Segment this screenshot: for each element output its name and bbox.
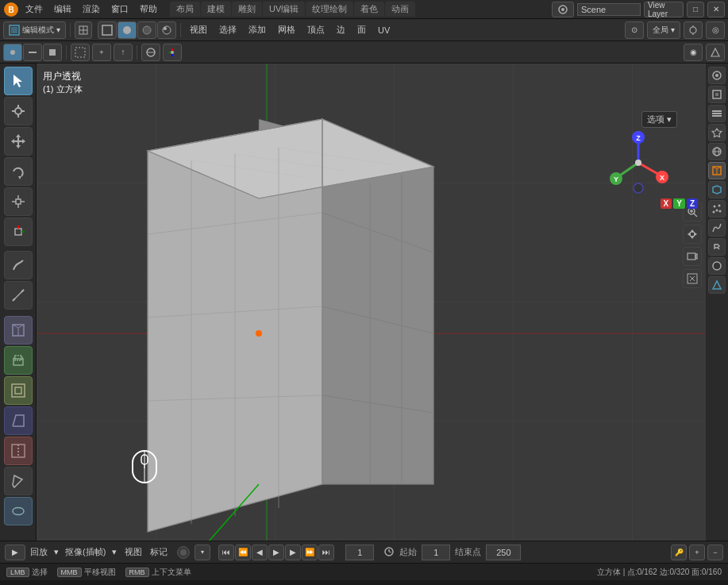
tab-shading[interactable]: 着色 — [354, 2, 384, 17]
lmb-key: LMB — [6, 568, 29, 577]
pan-btn[interactable] — [683, 225, 702, 244]
menu-render[interactable]: 渲染 — [78, 2, 105, 17]
menu-edit[interactable]: 编辑 — [49, 2, 76, 17]
scene-name-input[interactable] — [577, 3, 641, 16]
viewport-uv-menu[interactable]: UV — [373, 24, 395, 37]
current-frame-input[interactable] — [345, 545, 374, 560]
select-options-btn[interactable]: 选项 ▾ — [641, 111, 677, 128]
svg-point-14 — [690, 27, 696, 33]
end-frame-input[interactable] — [486, 545, 521, 560]
move-tool[interactable] — [4, 127, 33, 156]
snapping-btn[interactable] — [706, 44, 725, 61]
cursor-tool[interactable] — [4, 97, 33, 125]
global-view-btn[interactable] — [75, 21, 92, 39]
show-stats-btn[interactable]: + — [92, 44, 111, 61]
bevel-tool[interactable] — [4, 406, 33, 435]
snap-btn[interactable] — [684, 21, 703, 39]
modifier-settings-tab[interactable] — [708, 181, 726, 198]
engine-selector[interactable] — [552, 2, 574, 17]
jump-start-btn[interactable]: ⏮ — [218, 545, 234, 560]
playback-dot[interactable] — [177, 546, 190, 559]
gizmo-btn[interactable] — [163, 44, 182, 61]
z-axis-label[interactable]: Z — [687, 198, 698, 209]
next-keyframe-btn[interactable]: ▶ — [285, 545, 301, 560]
extrude-tool[interactable] — [4, 346, 33, 375]
knife-tool[interactable] — [4, 467, 33, 495]
render-settings-tab[interactable] — [708, 67, 726, 84]
viewport-vertex-menu[interactable]: 顶点 — [302, 22, 329, 37]
viewport-3d[interactable]: 用户透视 (1) 立方体 Z X Y — [37, 64, 706, 541]
proportional-edit-btn[interactable]: ◎ — [706, 21, 725, 39]
tab-modeling[interactable]: 建模 — [201, 2, 231, 17]
start-frame-input[interactable] — [422, 545, 450, 560]
transform-tool[interactable] — [4, 217, 33, 246]
transform-orientation[interactable]: 全局 ▾ — [647, 21, 680, 39]
viewport-edge-menu[interactable]: 边 — [332, 22, 350, 37]
scale-tool[interactable] — [4, 187, 33, 216]
inset-tool[interactable] — [4, 376, 33, 405]
menu-window[interactable]: 窗口 — [106, 2, 133, 17]
tab-texture-paint[interactable]: 纹理绘制 — [306, 2, 353, 17]
x-axis-label[interactable]: X — [661, 198, 672, 209]
tab-uv[interactable]: UV编辑 — [263, 2, 305, 17]
play-btn[interactable]: ▶ — [268, 545, 284, 560]
next-frame-btn[interactable]: ⏩ — [302, 545, 318, 560]
prop-edit-btn2[interactable]: ◉ — [684, 44, 703, 61]
close-window[interactable]: ✕ — [707, 2, 725, 17]
menu-help[interactable]: 帮助 — [135, 2, 162, 17]
keying-insert-btn[interactable]: + — [689, 545, 705, 560]
object-settings-tab[interactable] — [708, 162, 726, 179]
wire-shading-btn[interactable] — [98, 21, 117, 39]
annotate-tool[interactable] — [4, 251, 33, 279]
add-cube-tool[interactable] — [4, 316, 33, 344]
dropdown-btn[interactable]: ▾ — [195, 545, 210, 560]
world-settings-tab[interactable] — [708, 143, 726, 160]
data-tab[interactable] — [708, 276, 726, 294]
xray-btn[interactable] — [71, 44, 90, 61]
view-layer-btn[interactable]: View Layer — [644, 2, 684, 17]
render-shading-btn[interactable] — [157, 21, 176, 39]
tab-animation[interactable]: 动画 — [385, 2, 415, 17]
menu-file[interactable]: 文件 — [21, 2, 48, 17]
tab-sculpting[interactable]: 雕刻 — [232, 2, 262, 17]
measure-tool[interactable] — [4, 281, 33, 310]
material-tab[interactable] — [708, 257, 726, 275]
jump-end-btn[interactable]: ⏭ — [318, 545, 334, 560]
keying-delete-btn[interactable]: − — [707, 545, 723, 560]
viewport-face-menu[interactable]: 面 — [352, 22, 371, 37]
physics-tab[interactable] — [708, 219, 726, 237]
mode-selector[interactable]: 编辑模式 ▾ — [3, 21, 66, 39]
overlay-btn[interactable] — [141, 44, 160, 61]
prev-frame-btn[interactable]: ⏪ — [235, 545, 251, 560]
camera-btn[interactable] — [683, 247, 702, 266]
select-tool[interactable] — [4, 67, 33, 95]
start-label: 起始 — [399, 546, 417, 558]
vert-select-btn[interactable] — [3, 44, 22, 61]
material-shading-btn[interactable] — [137, 21, 156, 39]
viewport-mesh-menu[interactable]: 网格 — [273, 22, 300, 37]
scene-settings-tab[interactable] — [708, 124, 726, 141]
particles-tab[interactable] — [708, 200, 726, 217]
output-settings-tab[interactable] — [708, 86, 726, 103]
loop-cut-tool[interactable] — [4, 437, 33, 465]
pivot-btn[interactable]: ⊙ — [625, 21, 644, 39]
y-axis-label[interactable]: Y — [673, 198, 685, 209]
prev-keyframe-btn[interactable]: ◀ — [252, 545, 268, 560]
keying-sets-btn[interactable]: 🔑 — [671, 545, 687, 560]
vert-normals-btn[interactable]: ↑ — [114, 44, 133, 61]
maximize-window[interactable]: □ — [687, 2, 704, 17]
render-cam-btn[interactable] — [683, 269, 702, 288]
timeline-type-selector[interactable]: ▶ — [5, 545, 25, 560]
rotate-tool[interactable] — [4, 157, 33, 186]
viewport-select-menu[interactable]: 选择 — [214, 22, 241, 37]
viewport-add-menu[interactable]: 添加 — [244, 22, 271, 37]
edge-select-btn[interactable] — [23, 44, 42, 61]
solid-shading-btn[interactable] — [117, 21, 137, 39]
tab-layout[interactable]: 布局 — [170, 2, 200, 17]
smooth-tool[interactable] — [4, 497, 33, 525]
viewport-gizmo[interactable]: Z X Y — [607, 131, 670, 194]
constraints-tab[interactable] — [708, 238, 726, 256]
view-layer-tab[interactable] — [708, 105, 726, 122]
viewport-view-menu[interactable]: 视图 — [185, 22, 212, 37]
face-select-btn[interactable] — [43, 44, 62, 61]
